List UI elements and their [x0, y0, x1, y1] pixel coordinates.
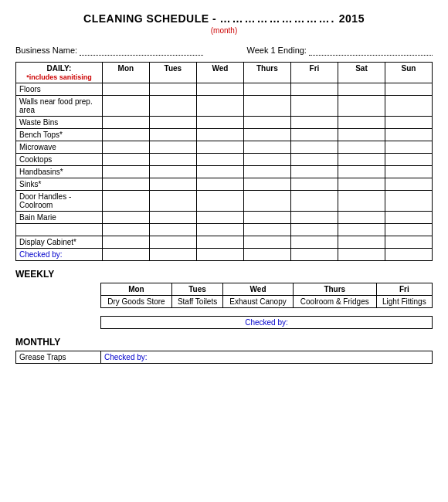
daily-row-label: Display Cabinet* — [16, 236, 103, 249]
daily-cell — [196, 141, 243, 154]
daily-cell — [149, 249, 196, 261]
daily-cell — [338, 96, 385, 117]
daily-row-label: Cooktops — [16, 154, 103, 166]
daily-cell — [243, 117, 290, 129]
weekly-coolroom: Coolroom & Fridges — [293, 296, 376, 308]
daily-cell — [102, 224, 149, 236]
daily-row-label: Waste Bins — [16, 117, 103, 129]
grease-traps-checked: Checked by: — [101, 351, 433, 364]
daily-cell — [149, 224, 196, 236]
daily-cell — [243, 96, 290, 117]
weekly-checked-table: Checked by: — [100, 316, 433, 329]
daily-cell — [290, 117, 338, 129]
daily-cell — [385, 141, 432, 154]
daily-cell — [385, 154, 432, 166]
daily-cell — [243, 212, 290, 224]
daily-row: Handbasins* — [16, 166, 433, 178]
daily-row: Door Handles - Coolroom — [16, 191, 433, 212]
daily-cell — [385, 83, 432, 96]
daily-cell — [149, 212, 196, 224]
daily-cell — [196, 117, 243, 129]
daily-cell — [149, 154, 196, 166]
daily-cell — [290, 224, 338, 236]
daily-cell — [196, 236, 243, 249]
daily-cell — [385, 224, 432, 236]
daily-row-label: Checked by: — [16, 249, 103, 261]
daily-cell — [243, 141, 290, 154]
col-fri: Fri — [290, 63, 338, 83]
col-thurs: Thurs — [243, 63, 290, 83]
daily-cell — [243, 83, 290, 96]
weekly-light-fittings: Light Fittings — [376, 296, 432, 308]
daily-cell — [290, 96, 338, 117]
daily-cell — [338, 191, 385, 212]
daily-cell — [385, 178, 432, 191]
weekly-table-wrapper: Mon Tues Wed Thurs Fri Dry Goods Store S… — [100, 283, 433, 329]
daily-row: Display Cabinet* — [16, 236, 433, 249]
daily-cell — [102, 178, 149, 191]
col-sun: Sun — [385, 63, 432, 83]
daily-cell — [243, 191, 290, 212]
daily-cell — [290, 166, 338, 178]
daily-cell — [290, 212, 338, 224]
weekly-col-mon: Mon — [101, 283, 172, 296]
daily-cell — [243, 166, 290, 178]
daily-cell — [338, 117, 385, 129]
weekly-table: Mon Tues Wed Thurs Fri Dry Goods Store S… — [100, 283, 433, 308]
daily-cell — [243, 236, 290, 249]
daily-row-label: Floors — [16, 83, 103, 96]
daily-row-label: Microwave — [16, 141, 103, 154]
weekly-exhaust-canopy: Exhaust Canopy — [223, 296, 294, 308]
daily-cell — [290, 249, 338, 261]
daily-cell — [102, 191, 149, 212]
daily-cell — [243, 224, 290, 236]
daily-cell — [338, 178, 385, 191]
daily-cell — [338, 166, 385, 178]
daily-cell — [196, 191, 243, 212]
weekly-staff-toilets: Staff Toilets — [171, 296, 222, 308]
daily-cell — [102, 212, 149, 224]
daily-cell — [196, 129, 243, 141]
grease-traps-item: Grease Traps — [16, 351, 101, 364]
daily-cell — [149, 141, 196, 154]
weekly-col-thurs: Thurs — [293, 283, 376, 296]
daily-cell — [102, 83, 149, 96]
daily-cell — [290, 83, 338, 96]
daily-cell — [338, 83, 385, 96]
daily-cell — [385, 96, 432, 117]
daily-cell — [385, 117, 432, 129]
daily-row: Bench Tops* — [16, 129, 433, 141]
daily-row: Checked by: — [16, 249, 433, 261]
daily-row: Waste Bins — [16, 117, 433, 129]
daily-row-label: Walls near food prep. area — [16, 96, 103, 117]
daily-cell — [338, 129, 385, 141]
col-sat: Sat — [338, 63, 385, 83]
daily-cell — [385, 129, 432, 141]
daily-cell — [196, 166, 243, 178]
daily-cell — [102, 117, 149, 129]
daily-row-label — [16, 224, 103, 236]
weekly-dry-goods: Dry Goods Store — [101, 296, 172, 308]
weekly-col-wed: Wed — [223, 283, 294, 296]
daily-cell — [102, 236, 149, 249]
daily-section-label: DAILY — [47, 64, 69, 73]
monthly-label: MONTHLY — [15, 337, 433, 348]
weekly-col-fri: Fri — [376, 283, 432, 296]
page-title: CLEANING SCHEDULE - ………………………. 2015 — [15, 12, 433, 25]
daily-cell — [338, 224, 385, 236]
daily-cell — [149, 117, 196, 129]
daily-row: Sinks* — [16, 178, 433, 191]
week-ending-field: Week 1 Ending: — [246, 46, 433, 56]
daily-row: Bain Marie — [16, 212, 433, 224]
daily-row: Floors — [16, 83, 433, 96]
daily-row: Cooktops — [16, 154, 433, 166]
daily-cell — [243, 178, 290, 191]
weekly-checked-row: Checked by: — [101, 317, 433, 329]
daily-cell — [149, 178, 196, 191]
daily-cell — [290, 191, 338, 212]
daily-cell — [102, 141, 149, 154]
monthly-table: Grease Traps Checked by: — [15, 351, 433, 364]
daily-row-label: Bench Tops* — [16, 129, 103, 141]
daily-row: Microwave — [16, 141, 433, 154]
daily-cell — [196, 178, 243, 191]
